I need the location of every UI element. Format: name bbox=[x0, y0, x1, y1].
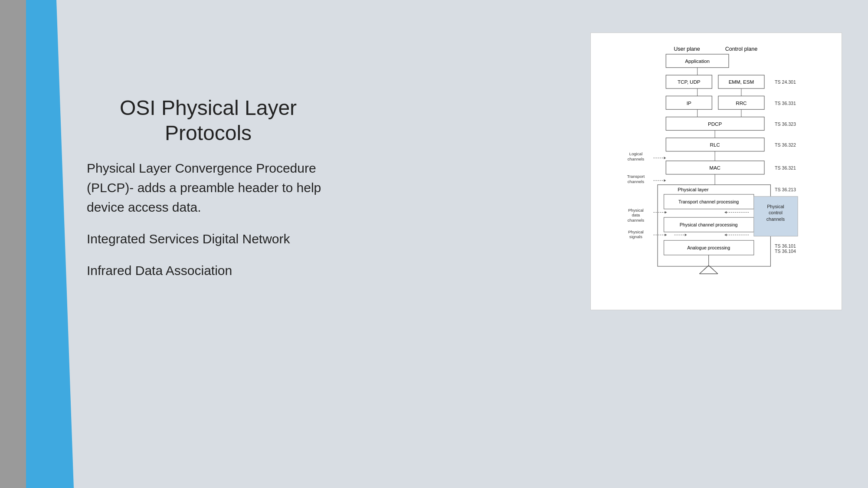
transport-channels-arrow bbox=[664, 179, 666, 182]
ts-36104: TS 36.104 bbox=[775, 249, 796, 254]
physical-control-channels-label1: Physical bbox=[767, 204, 784, 209]
ts-36213: TS 36.213 bbox=[775, 187, 796, 192]
physical-control-channels-label2: control bbox=[769, 210, 783, 215]
logical-channels-label: Logical bbox=[629, 151, 643, 156]
transport-channels-label2: channels bbox=[628, 179, 645, 184]
rrc-label: RRC bbox=[736, 101, 747, 106]
physical-data-channels-label3: channels bbox=[628, 218, 645, 223]
header-user-plane: User plane bbox=[674, 46, 700, 52]
ts-36101: TS 36.101 bbox=[775, 243, 796, 249]
header-control-plane: Control plane bbox=[725, 46, 757, 52]
ts-36331: TS 36.331 bbox=[775, 101, 796, 106]
deco-blue-shape bbox=[26, 0, 78, 488]
slide-body: Physical Layer Convergence Procedure (PL… bbox=[87, 158, 330, 280]
physical-layer-label: Physical layer bbox=[678, 187, 708, 192]
transport-channel-processing-label: Transport channel processing bbox=[678, 199, 739, 204]
ts-36321: TS 36.321 bbox=[775, 165, 796, 170]
physical-signals-label: Physical bbox=[628, 229, 644, 234]
mac-label: MAC bbox=[709, 165, 721, 170]
logical-channels-label2: channels bbox=[628, 157, 645, 161]
ts-36323: TS 36.323 bbox=[775, 121, 796, 127]
emm-esm-label: EMM, ESM bbox=[729, 79, 754, 85]
physical-data-channels-label: Physical bbox=[628, 208, 644, 213]
ts-24301: TS 24.301 bbox=[775, 79, 796, 85]
transport-channels-label: Transport bbox=[627, 174, 645, 179]
slide-title: OSI Physical Layer Protocols bbox=[87, 95, 330, 145]
analogue-processing-label: Analogue processing bbox=[687, 245, 730, 250]
application-label: Application bbox=[685, 59, 710, 64]
body-paragraph-3: Infrared Data Association bbox=[87, 261, 330, 280]
body-paragraph-1: Physical Layer Convergence Procedure (PL… bbox=[87, 158, 330, 217]
logical-channels-arrow bbox=[664, 157, 666, 159]
physical-channel-processing-label: Physical channel processing bbox=[680, 222, 738, 227]
physical-data-channels-label2: data bbox=[632, 213, 640, 217]
pdcp-label: PDCP bbox=[708, 121, 722, 127]
left-content-area: OSI Physical Layer Protocols Physical La… bbox=[87, 95, 330, 292]
ts-36322: TS 36.322 bbox=[775, 142, 796, 147]
body-paragraph-2: Integrated Services Digital Network bbox=[87, 229, 330, 249]
tcp-udp-label: TCP, UDP bbox=[678, 79, 701, 85]
network-diagram-svg: User plane Control plane Application TCP… bbox=[599, 42, 833, 301]
physical-signals-label2: signals bbox=[629, 234, 642, 239]
ip-label: IP bbox=[687, 101, 691, 106]
rlc-label: RLC bbox=[710, 142, 720, 147]
physical-control-channels-label3: channels bbox=[766, 216, 785, 222]
diagram-panel: User plane Control plane Application TCP… bbox=[590, 33, 842, 310]
